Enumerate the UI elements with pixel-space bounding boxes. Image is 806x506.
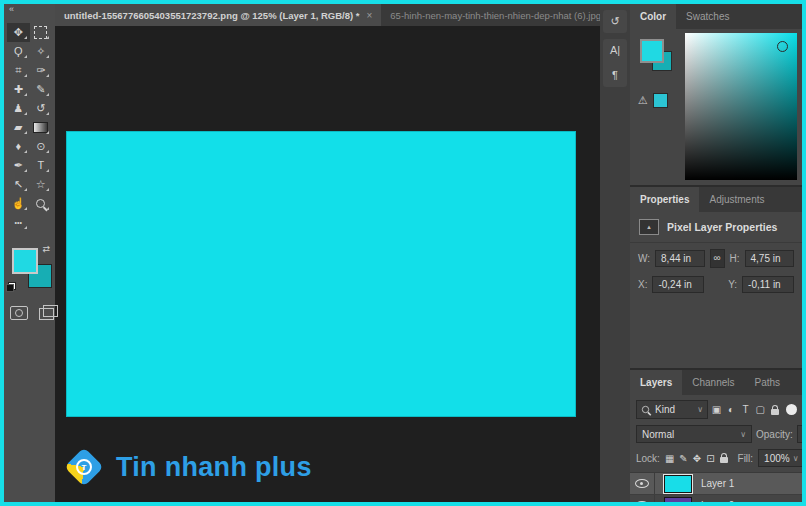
- foreground-color-swatch[interactable]: [640, 39, 664, 63]
- layer-row-layer-1[interactable]: Layer 1: [630, 473, 802, 495]
- brush-icon: ✎: [36, 84, 45, 95]
- zoom-tool[interactable]: [30, 194, 53, 213]
- color-panel: Color Swatches ⚠: [630, 4, 802, 187]
- document-tab-untitled[interactable]: untitled-1556776605403551723792.png @ 12…: [55, 4, 381, 26]
- document-canvas[interactable]: [67, 132, 575, 416]
- tab-channels[interactable]: Channels: [682, 370, 744, 395]
- tab-color[interactable]: Color: [630, 4, 676, 29]
- paragraph-panel-icon[interactable]: ¶: [612, 70, 618, 81]
- warning-icon: ⚠: [638, 94, 648, 107]
- collapse-toolbar-button[interactable]: «: [4, 4, 55, 17]
- default-colors-icon[interactable]: [6, 282, 16, 292]
- color-swatch-control: ⇄: [6, 244, 52, 292]
- blend-mode-row: Normal ∨ Opacity: 100% ∨: [630, 423, 802, 447]
- type-tool[interactable]: T: [30, 156, 53, 175]
- color-picker-selector-icon[interactable]: [777, 41, 788, 52]
- history-brush-tool[interactable]: ↺: [30, 99, 53, 118]
- magic-wand-tool[interactable]: ✧: [30, 42, 53, 61]
- move-tool[interactable]: ✥: [7, 23, 30, 42]
- crop-tool[interactable]: ⌗: [7, 61, 30, 80]
- rectangular-marquee-tool[interactable]: [30, 23, 53, 42]
- filter-smart-objects-icon[interactable]: [768, 401, 781, 418]
- filter-kind-dropdown[interactable]: Kind ∨: [636, 400, 708, 419]
- layer-name[interactable]: Layer 1: [701, 478, 734, 489]
- filter-toggle-icon[interactable]: [786, 404, 797, 415]
- tools-panel: « ✥ Ϙ ✧ ⌗ ✑ ✚ ✎ ♟ ↺ ▰ ♦ ⊙ ✒ T ↖ ☆ ☝: [4, 4, 55, 502]
- lasso-tool[interactable]: Ϙ: [7, 42, 30, 61]
- x-field[interactable]: -0,24 in: [652, 276, 704, 293]
- color-panel-tabs: Color Swatches: [630, 4, 802, 29]
- lock-all-icon[interactable]: [720, 450, 728, 467]
- width-field[interactable]: 8,44 in: [655, 250, 705, 267]
- eyedropper-tool[interactable]: ✑: [30, 61, 53, 80]
- pen-tool[interactable]: ✒: [7, 156, 30, 175]
- spot-healing-brush-tool[interactable]: ✚: [7, 80, 30, 99]
- edit-toolbar-button[interactable]: •••: [7, 213, 30, 232]
- fill-value: 100%: [764, 453, 790, 464]
- fill-dropdown[interactable]: 100% ∨: [758, 449, 802, 467]
- custom-shape-tool[interactable]: ☆: [30, 175, 53, 194]
- brush-tool[interactable]: ✎: [30, 80, 53, 99]
- layer-visibility-toggle[interactable]: [630, 473, 655, 494]
- layer-visibility-toggle[interactable]: [630, 495, 655, 502]
- height-field[interactable]: 4,75 in: [745, 250, 795, 267]
- color-picker-gradient[interactable]: [685, 33, 797, 180]
- height-label: H:: [730, 253, 740, 264]
- lock-artboard-icon[interactable]: ⊡: [706, 450, 714, 467]
- ellipsis-icon: •••: [15, 219, 22, 226]
- quick-mask-mode-button[interactable]: [10, 306, 28, 320]
- pixel-layer-icon: ▲: [639, 219, 659, 235]
- filter-pixel-layers-icon[interactable]: ▣: [710, 401, 723, 418]
- dock-group-top: ↺: [603, 10, 627, 33]
- filter-shape-layers-icon[interactable]: ▢: [754, 401, 767, 418]
- y-field[interactable]: -0,11 in: [742, 276, 794, 293]
- crop-icon: ⌗: [15, 65, 21, 76]
- filter-type-layers-icon[interactable]: T: [739, 401, 752, 418]
- layer-thumbnail[interactable]: [664, 497, 692, 503]
- eraser-tool[interactable]: ▰: [7, 118, 30, 137]
- fill-label: Fill:: [738, 453, 754, 464]
- size-row: W: 8,44 in ∞ H: 4,75 in: [630, 243, 802, 270]
- tab-properties[interactable]: Properties: [630, 187, 699, 212]
- tab-adjustments[interactable]: Adjustments: [699, 187, 774, 212]
- lock-transparent-pixels-icon[interactable]: ▦: [665, 450, 674, 467]
- canvas-area[interactable]: T Tin nhanh plus: [55, 26, 600, 502]
- clone-stamp-tool[interactable]: ♟: [7, 99, 30, 118]
- lock-position-icon[interactable]: ✥: [693, 450, 701, 467]
- clone-stamp-icon: ♟: [13, 103, 23, 114]
- tab-swatches[interactable]: Swatches: [676, 4, 739, 29]
- history-panel-icon[interactable]: ↺: [610, 16, 619, 27]
- magic-wand-icon: ✧: [36, 46, 45, 57]
- eyedropper-icon: ✑: [36, 65, 45, 76]
- blur-tool[interactable]: ♦: [7, 137, 30, 156]
- layer-name[interactable]: Layer 0: [701, 500, 734, 502]
- path-selection-tool[interactable]: ↖: [7, 175, 30, 194]
- document-tab-wallpaper[interactable]: 65-hinh-nen-may-tinh-thien-nhien-dep-nha…: [381, 4, 600, 26]
- watermark-monogram: T: [82, 463, 87, 472]
- character-panel-icon[interactable]: A|: [610, 45, 620, 56]
- link-dimensions-button[interactable]: ∞: [710, 249, 725, 268]
- blend-mode-dropdown[interactable]: Normal ∨: [636, 425, 752, 443]
- chevron-down-icon: ∨: [697, 405, 703, 414]
- tab-layers[interactable]: Layers: [630, 370, 682, 395]
- close-tab-icon[interactable]: ×: [366, 10, 372, 21]
- foreground-color-swatch[interactable]: [12, 248, 38, 274]
- filter-adjustment-layers-icon[interactable]: ◐: [725, 401, 738, 418]
- gamut-warning-swatch[interactable]: [653, 93, 668, 108]
- healing-brush-icon: ✚: [14, 84, 23, 95]
- gamut-warning: ⚠: [638, 93, 668, 108]
- swap-colors-icon[interactable]: ⇄: [42, 244, 50, 254]
- layer-row-layer-0[interactable]: Layer 0: [630, 495, 802, 502]
- hand-tool[interactable]: ☝: [7, 194, 30, 213]
- panel-dock: ↺ A| ¶: [600, 4, 630, 502]
- tab-paths[interactable]: Paths: [745, 370, 791, 395]
- layer-thumbnail[interactable]: [664, 475, 692, 493]
- gradient-icon: [33, 122, 48, 133]
- screen-mode-button[interactable]: [39, 308, 54, 320]
- opacity-dropdown[interactable]: 100% ∨: [797, 425, 802, 443]
- dodge-tool[interactable]: ⊙: [30, 137, 53, 156]
- blur-icon: ♦: [15, 141, 21, 152]
- lock-image-pixels-icon[interactable]: ✎: [679, 450, 687, 467]
- gradient-tool[interactable]: [30, 118, 53, 137]
- lock-label: Lock:: [636, 453, 660, 464]
